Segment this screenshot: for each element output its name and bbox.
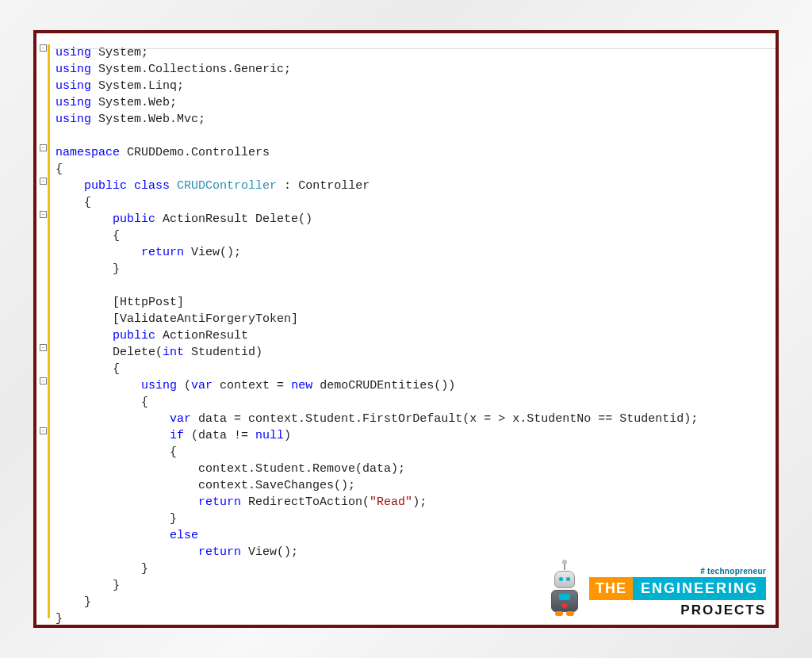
expr-savechanges: context.SaveChanges() [198, 479, 348, 492]
namespace-cruddemo: CRUDDemo.Controllers [127, 146, 270, 159]
keyword-using: using [56, 113, 91, 126]
logo-text-block: # technopreneur THE ENGINEERING PROJECTS [589, 567, 766, 618]
keyword-public: public [84, 179, 127, 193]
brand-logo: # technopreneur THE ENGINEERING PROJECTS [546, 567, 766, 618]
fold-toggle-icon[interactable]: - [40, 178, 47, 185]
type-democrudentities: demoCRUDEntities [320, 379, 434, 392]
keyword-namespace: namespace [56, 146, 120, 159]
var-data: data [198, 412, 227, 426]
fold-toggle-icon[interactable]: - [40, 377, 47, 384]
keyword-else: else [170, 529, 198, 542]
fold-toggle-icon[interactable]: - [40, 211, 47, 218]
fold-toggle-icon[interactable]: - [40, 44, 47, 52]
logo-the: THE [589, 577, 633, 600]
var-data: data [198, 429, 227, 442]
param-studentid: Studentid [191, 346, 255, 359]
string-read: "Read" [370, 495, 412, 509]
keyword-return: return [141, 246, 184, 259]
fold-toggle-icon[interactable]: - [40, 427, 47, 434]
namespace-linq: System.Linq [98, 79, 177, 93]
keyword-var: var [191, 379, 213, 392]
method-view: View [191, 246, 220, 259]
type-controller: Controller [298, 179, 370, 193]
type-actionresult: ActionResult [163, 212, 248, 226]
keyword-null: null [255, 429, 284, 442]
expr-firstordefault: context.Student.FirstOrDefault(x = > x.S… [248, 412, 691, 426]
keyword-int: int [163, 346, 184, 359]
logo-engineering: ENGINEERING [633, 577, 766, 600]
logo-projects: PROJECTS [680, 603, 766, 618]
fold-toggle-icon[interactable]: - [40, 144, 47, 151]
keyword-public: public [113, 329, 155, 342]
change-indicator-bar [48, 44, 50, 618]
var-context: context [220, 379, 270, 392]
namespace-mvc: System.Web.Mvc [98, 113, 198, 126]
keyword-public: public [113, 212, 155, 226]
namespace-collections: System.Collections.Generic [98, 63, 284, 76]
keyword-var: var [170, 412, 191, 426]
method-delete: Delete [255, 212, 298, 226]
logo-main: THE ENGINEERING [589, 577, 766, 600]
expr-remove: context.Student.Remove(data) [198, 462, 398, 476]
code-editor-frame: - - - - - - - using System; using System… [33, 30, 779, 628]
attribute-httppost: [HttpPost] [113, 296, 184, 309]
keyword-new: new [291, 379, 312, 392]
type-actionresult: ActionResult [163, 329, 248, 342]
attribute-validateantiforgery: [ValidateAntiForgeryToken] [113, 312, 298, 326]
method-delete: Delete [113, 346, 155, 359]
tagline: # technopreneur [700, 567, 766, 576]
keyword-class: class [134, 179, 170, 193]
method-redirect: RedirectToAction [248, 495, 362, 509]
keyword-using: using [56, 63, 91, 76]
separator-line [52, 48, 776, 49]
keyword-using: using [141, 379, 177, 392]
code-content[interactable]: using System; using System.Collections.G… [54, 44, 698, 618]
gutter: - - - - - - - [36, 44, 54, 618]
method-view: View [248, 545, 277, 559]
robot-icon [546, 571, 583, 618]
keyword-return: return [198, 545, 241, 559]
code-area: - - - - - - - using System; using System… [36, 44, 776, 618]
namespace-web: System.Web [98, 96, 170, 109]
keyword-using: using [56, 96, 91, 109]
keyword-if: if [170, 429, 184, 442]
keyword-return: return [198, 495, 241, 509]
type-crudcontroller: CRUDController [177, 179, 277, 193]
keyword-using: using [56, 79, 91, 93]
fold-toggle-icon[interactable]: - [40, 344, 47, 351]
